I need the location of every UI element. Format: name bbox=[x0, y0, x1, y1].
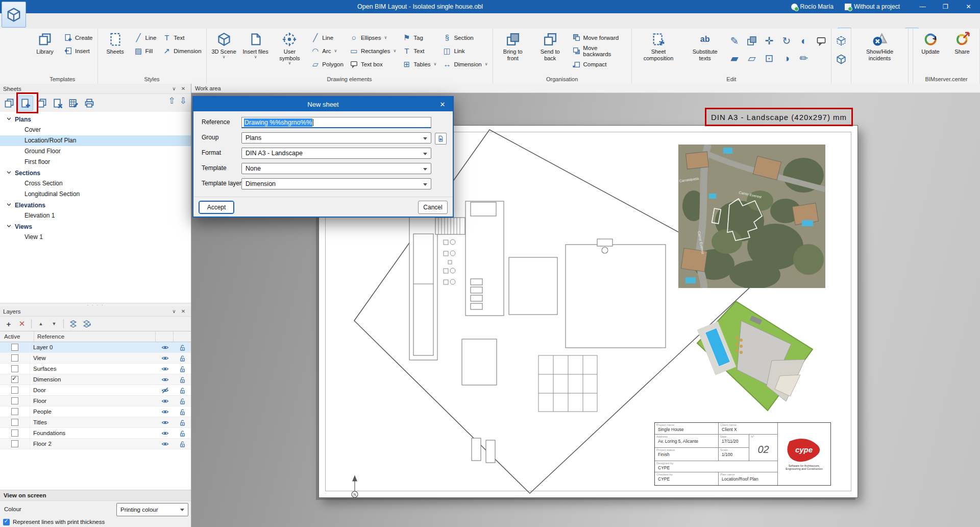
layer-row[interactable]: Dimension bbox=[0, 374, 191, 385]
match-properties-button[interactable]: ✏ bbox=[796, 51, 812, 66]
layer-active-checkbox[interactable] bbox=[11, 397, 18, 404]
layer-lock-toggle[interactable] bbox=[174, 376, 191, 384]
layer-lock-toggle[interactable] bbox=[174, 344, 191, 351]
layer-visibility-toggle[interactable] bbox=[156, 387, 174, 394]
layer-active-checkbox[interactable] bbox=[11, 440, 18, 447]
tree-item[interactable]: Cover bbox=[0, 125, 191, 135]
bring-to-front-button[interactable]: Bring to front bbox=[495, 30, 531, 74]
tree-group-elevations[interactable]: Elevations bbox=[0, 200, 191, 210]
rectangles-button[interactable]: ▭Rectangles∨ bbox=[347, 44, 399, 57]
edit-sheet-button[interactable] bbox=[66, 96, 81, 110]
tree-group-views[interactable]: Views bbox=[0, 221, 191, 232]
format-select[interactable]: DIN A3 - Landscape bbox=[241, 148, 431, 159]
tree-group-sections[interactable]: Sections bbox=[0, 167, 191, 178]
layer-lock-toggle[interactable] bbox=[174, 354, 191, 362]
layer-lock-toggle[interactable] bbox=[174, 387, 191, 394]
close-button[interactable]: ✕ bbox=[957, 0, 980, 13]
share-button[interactable]: Share bbox=[947, 30, 977, 74]
ellipses-button[interactable]: ○Ellipses∨ bbox=[347, 31, 399, 44]
minimize-button[interactable]: — bbox=[911, 0, 934, 13]
layers-close-button[interactable]: ✕ bbox=[179, 308, 188, 314]
sheet-composition-button[interactable]: Sheet composition bbox=[634, 30, 683, 74]
cancel-button[interactable]: Cancel bbox=[418, 201, 448, 214]
compact-button[interactable]: Compact bbox=[570, 58, 629, 70]
layer-up-button[interactable]: ▲ bbox=[35, 318, 46, 329]
3d-scene-button[interactable]: 3D Scene∨ bbox=[209, 30, 239, 74]
layer-lock-toggle[interactable] bbox=[174, 365, 191, 373]
text-style-button[interactable]: TText bbox=[160, 31, 204, 44]
show-hide-incidents-button[interactable]: !Show/Hide incidents bbox=[853, 30, 906, 74]
layer-lock-toggle[interactable] bbox=[174, 419, 191, 426]
layer-visibility-toggle[interactable] bbox=[156, 376, 174, 384]
layer-active-checkbox[interactable] bbox=[11, 429, 18, 437]
view-3d-dashed-button[interactable] bbox=[834, 33, 849, 49]
text-box-button[interactable]: Text box bbox=[347, 58, 399, 70]
tree-item[interactable]: View 1 bbox=[0, 232, 191, 243]
view-3d-button[interactable] bbox=[834, 52, 849, 67]
layer-row[interactable]: Floor bbox=[0, 396, 191, 406]
update-button[interactable]: Update bbox=[915, 30, 946, 74]
move-backwards-button[interactable]: Move backwards bbox=[570, 44, 629, 57]
layer-active-checkbox[interactable] bbox=[11, 365, 18, 372]
sheets-close-button[interactable]: ✕ bbox=[179, 86, 188, 91]
move-forward-button[interactable]: Move forward bbox=[570, 31, 629, 44]
edit-vertices-button[interactable]: ▱ bbox=[744, 51, 760, 66]
import-layers-button[interactable] bbox=[67, 318, 79, 329]
print-sheet-button[interactable] bbox=[82, 96, 96, 110]
layer-down-button[interactable]: ▼ bbox=[48, 318, 60, 329]
template-layer-select[interactable]: Dimension bbox=[241, 178, 431, 189]
tag-button[interactable]: ⚑Tag bbox=[400, 31, 439, 44]
layer-lock-toggle[interactable] bbox=[174, 429, 191, 437]
group-select[interactable]: Plans bbox=[241, 132, 431, 143]
scale-button[interactable]: ⊡ bbox=[762, 51, 777, 66]
layer-active-checkbox[interactable] bbox=[11, 419, 18, 426]
layer-row[interactable]: Surfaces bbox=[0, 364, 191, 374]
layer-visibility-toggle[interactable] bbox=[156, 440, 174, 448]
tree-item[interactable]: First floor bbox=[0, 157, 191, 167]
layer-active-checkbox[interactable] bbox=[11, 387, 18, 394]
layer-visibility-toggle[interactable] bbox=[156, 354, 174, 362]
section-button[interactable]: §Section bbox=[440, 31, 490, 44]
layer-visibility-toggle[interactable] bbox=[156, 365, 174, 373]
insert-button[interactable]: Insert bbox=[61, 44, 95, 57]
insert-files-button[interactable]: Insert files∨ bbox=[240, 30, 271, 74]
library-button[interactable]: Library bbox=[30, 30, 60, 74]
layer-row[interactable]: Floor 2 bbox=[0, 439, 191, 449]
user-account-button[interactable]: Rocío María bbox=[791, 3, 834, 10]
link-button[interactable]: ◫Link bbox=[440, 44, 490, 57]
layer-visibility-toggle[interactable] bbox=[156, 397, 174, 405]
reference-input[interactable]: Drawing %%shgrno%% bbox=[241, 117, 431, 128]
layer-lock-toggle[interactable] bbox=[174, 440, 191, 448]
layer-active-checkbox[interactable] bbox=[11, 376, 18, 383]
add-group-button[interactable] bbox=[435, 133, 447, 145]
erase-button[interactable]: ▰ bbox=[727, 51, 742, 66]
delete-layer-button[interactable]: ✕ bbox=[16, 318, 28, 329]
layer-active-checkbox[interactable] bbox=[11, 408, 18, 415]
tree-item[interactable]: Longitudinal Section bbox=[0, 189, 191, 200]
add-layer-button[interactable]: + bbox=[3, 318, 14, 329]
duplicate-sheet-button[interactable] bbox=[35, 96, 49, 110]
project-status-button[interactable]: Without a project bbox=[845, 3, 900, 10]
user-symbols-button[interactable]: User symbols∨ bbox=[272, 30, 308, 74]
assign-text-button[interactable] bbox=[814, 33, 829, 49]
layer-lock-toggle[interactable] bbox=[174, 408, 191, 416]
sheet-move-up-button[interactable]: ⇧ bbox=[168, 95, 176, 106]
tree-item[interactable]: Ground Floor bbox=[0, 146, 191, 157]
tree-item[interactable]: Location/Roof Plan bbox=[0, 135, 191, 146]
tree-group-plans[interactable]: Plans bbox=[0, 114, 191, 125]
layer-visibility-toggle[interactable] bbox=[156, 429, 174, 437]
dimension-style-button[interactable]: ↗Dimension bbox=[160, 44, 204, 57]
send-to-back-button[interactable]: Send to back bbox=[532, 30, 569, 74]
new-sheet-button[interactable] bbox=[18, 95, 33, 111]
rotate-button[interactable]: ↻ bbox=[779, 33, 794, 49]
arc-button[interactable]: ◠Arc∨ bbox=[308, 44, 346, 57]
layers-collapse-button[interactable]: ∨ bbox=[169, 308, 179, 314]
mirror-copy-button[interactable]: ◑ bbox=[779, 51, 794, 66]
layer-row[interactable]: View bbox=[0, 353, 191, 364]
tree-item[interactable]: Cross Section bbox=[0, 178, 191, 189]
export-layers-button[interactable] bbox=[81, 318, 92, 329]
thickness-checkbox[interactable] bbox=[3, 519, 10, 525]
layer-visibility-toggle[interactable] bbox=[156, 408, 174, 416]
layer-active-checkbox[interactable] bbox=[11, 354, 18, 362]
line-style-button[interactable]: ╱Line bbox=[132, 31, 159, 44]
